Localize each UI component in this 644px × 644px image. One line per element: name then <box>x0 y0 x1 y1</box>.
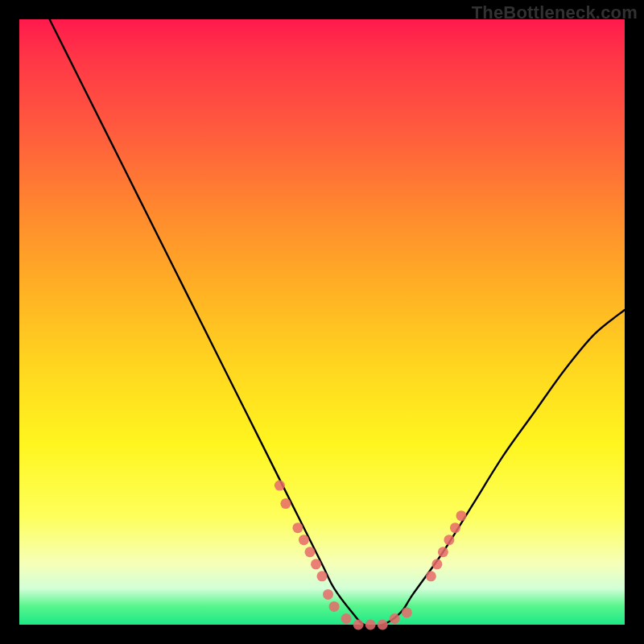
curve-marker <box>444 535 454 545</box>
curve-marker <box>390 613 400 624</box>
curve-marker <box>292 522 303 533</box>
curve-marker <box>341 613 352 624</box>
curve-marker <box>456 510 466 521</box>
curve-marker <box>431 559 442 569</box>
curve-marker <box>280 498 291 509</box>
chart-plot-area <box>19 19 625 625</box>
curve-marker <box>353 620 364 630</box>
curve-marker <box>299 535 309 545</box>
curve-markers <box>275 481 467 630</box>
curve-marker <box>365 620 376 630</box>
curve-marker <box>438 547 448 557</box>
watermark-label: TheBottleneck.com <box>472 2 638 23</box>
curve-marker <box>426 571 436 581</box>
bottleneck-curve <box>50 19 625 626</box>
curve-marker <box>329 601 340 612</box>
curve-marker <box>323 589 333 600</box>
curve-marker <box>311 559 321 569</box>
curve-marker <box>378 620 388 630</box>
curve-marker <box>275 481 285 491</box>
curve-marker <box>304 547 315 557</box>
curve-layer <box>19 19 625 625</box>
curve-marker <box>402 607 412 617</box>
curve-marker <box>450 522 460 533</box>
curve-marker <box>317 571 328 581</box>
